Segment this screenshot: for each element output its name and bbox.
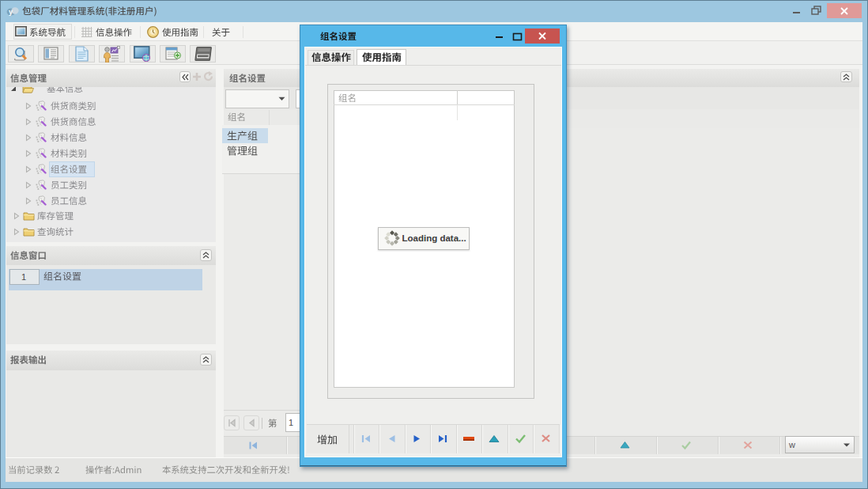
svg-text:y: y (9, 8, 13, 16)
